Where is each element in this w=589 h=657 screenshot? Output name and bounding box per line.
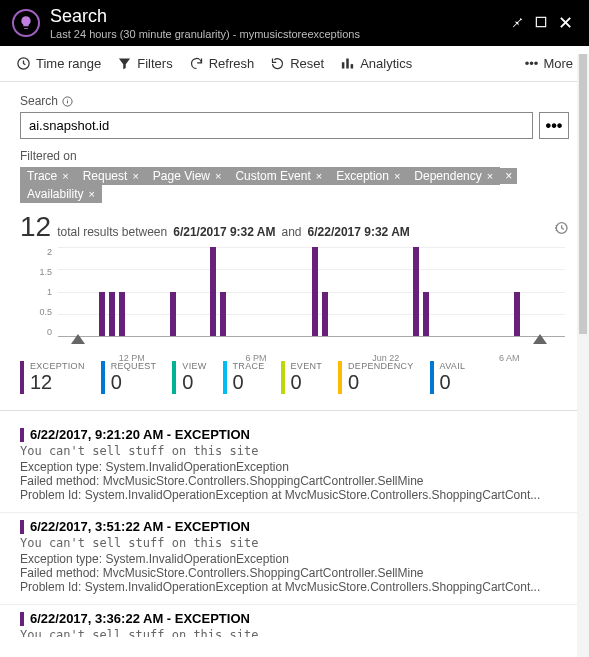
more-button[interactable]: ••• More [525,56,573,71]
filter-chip[interactable]: Availability× [20,185,102,203]
pin-icon[interactable] [505,15,529,32]
timeline-chart[interactable]: 21.510.50 12 PM6 PMJun 226 AM [24,247,565,337]
lightbulb-icon [12,9,40,37]
reset-icon [270,56,285,71]
filter-chip[interactable]: Exception× [329,167,407,185]
content: Search ••• Filtered on Trace×Request×Pag… [0,82,589,637]
svg-rect-3 [346,59,349,69]
result-item[interactable]: 6/22/2017, 3:51:22 AM - EXCEPTIONYou can… [0,513,589,605]
chip-remove-icon[interactable]: × [487,170,493,182]
chart-range-handle[interactable] [533,334,547,344]
analytics-button[interactable]: Analytics [340,56,412,71]
window-header: Search Last 24 hours (30 minute granular… [0,0,589,46]
ellipsis-icon: ••• [525,56,539,71]
filters-button[interactable]: Filters [117,56,172,71]
counter-view[interactable]: VIEW0 [172,361,214,394]
refresh-icon [189,56,204,71]
clock-icon [16,56,31,71]
counter-dependency[interactable]: DEPENDENCY0 [338,361,422,394]
category-stripe-icon [20,520,24,534]
filter-chip[interactable]: Custom Event× [228,167,329,185]
search-label: Search [20,94,569,108]
refresh-button[interactable]: Refresh [189,56,255,71]
chart-bar[interactable] [220,292,226,337]
chip-remove-icon[interactable]: × [316,170,322,182]
svg-rect-2 [342,62,345,68]
filter-chip-remove[interactable]: × [500,168,517,184]
close-icon[interactable]: ✕ [553,12,577,34]
search-input[interactable] [20,112,533,139]
counter-trace[interactable]: TRACE0 [223,361,273,394]
page-subtitle: Last 24 hours (30 minute granularity) - … [50,28,505,40]
reset-button[interactable]: Reset [270,56,324,71]
time-range-button[interactable]: Time range [16,56,101,71]
filter-chip[interactable]: Trace× [20,167,76,185]
chip-remove-icon[interactable]: × [62,170,68,182]
page-title: Search [50,6,505,27]
result-count: 12 [20,211,51,243]
filter-chip[interactable]: Dependency× [407,167,500,185]
history-icon[interactable] [553,220,569,239]
category-stripe-icon [20,428,24,442]
chart-bar[interactable] [170,292,176,337]
chip-remove-icon[interactable]: × [394,170,400,182]
chart-bar[interactable] [514,292,520,337]
svg-rect-4 [351,64,354,68]
scrollbar[interactable] [577,54,589,657]
chart-bar[interactable] [109,292,115,337]
chart-bar[interactable] [423,292,429,337]
chart-bar[interactable] [413,247,419,336]
scrollbar-thumb[interactable] [579,54,587,334]
search-more-button[interactable]: ••• [539,112,569,139]
filter-row: Filtered on Trace×Request×Page View×Cust… [20,149,569,203]
chart-bar[interactable] [210,247,216,336]
toolbar: Time range Filters Refresh Reset Analyti… [0,46,589,82]
filter-chip[interactable]: Page View× [146,167,229,185]
chip-remove-icon[interactable]: × [215,170,221,182]
maximize-icon[interactable] [529,15,553,32]
chart-bar[interactable] [322,292,328,337]
result-item[interactable]: 6/22/2017, 3:36:22 AM - EXCEPTIONYou can… [0,605,589,637]
chip-remove-icon[interactable]: × [132,170,138,182]
results-summary: 12 total results between 6/21/2017 9:32 … [20,211,569,243]
chart-range-handle[interactable] [71,334,85,344]
analytics-icon [340,56,355,71]
counters-row: EXCEPTION12REQUEST0VIEW0TRACE0EVENT0DEPE… [20,361,569,394]
filter-chip[interactable]: Request× [76,167,146,185]
counter-request[interactable]: REQUEST0 [101,361,165,394]
chart-bar[interactable] [312,247,318,336]
info-icon [62,96,73,107]
chart-bar[interactable] [99,292,105,337]
category-stripe-icon [20,612,24,626]
counter-exception[interactable]: EXCEPTION12 [20,361,93,394]
filter-icon [117,56,132,71]
chip-remove-icon[interactable]: × [88,188,94,200]
counter-avail[interactable]: AVAIL0 [430,361,474,394]
chart-bar[interactable] [119,292,125,337]
result-item[interactable]: 6/22/2017, 9:21:20 AM - EXCEPTIONYou can… [0,421,589,513]
svg-rect-0 [536,17,545,26]
counter-event[interactable]: EVENT0 [281,361,331,394]
